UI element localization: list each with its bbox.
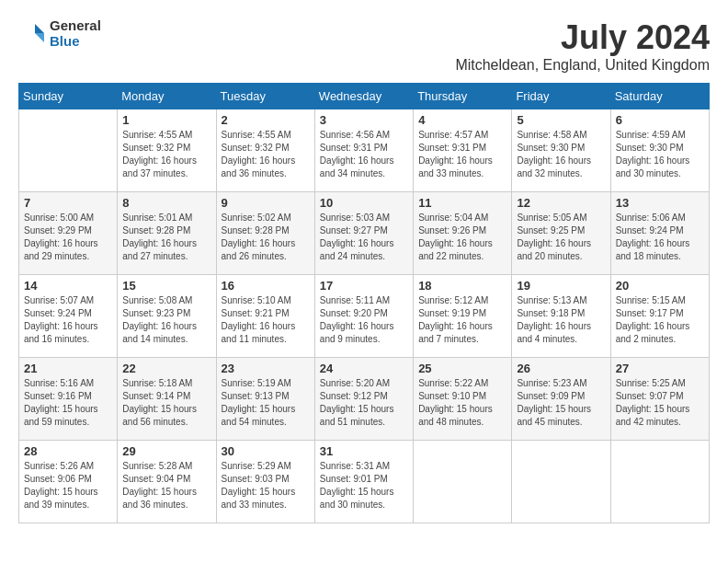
svg-marker-1 <box>35 33 44 42</box>
logo: General Blue <box>18 18 101 49</box>
calendar-cell: 12Sunrise: 5:05 AM Sunset: 9:25 PM Dayli… <box>512 192 610 275</box>
day-info: Sunrise: 4:57 AM Sunset: 9:31 PM Dayligh… <box>418 129 506 180</box>
day-number: 23 <box>222 362 310 375</box>
day-number: 4 <box>418 113 506 127</box>
calendar-cell: 11Sunrise: 5:04 AM Sunset: 9:26 PM Dayli… <box>414 192 512 275</box>
day-info: Sunrise: 5:11 AM Sunset: 9:20 PM Dayligh… <box>320 294 408 346</box>
calendar-cell: 23Sunrise: 5:19 AM Sunset: 9:13 PM Dayli… <box>216 358 314 441</box>
day-number: 14 <box>24 279 112 293</box>
calendar-week-row: 7Sunrise: 5:00 AM Sunset: 9:29 PM Daylig… <box>19 192 710 275</box>
calendar-cell: 18Sunrise: 5:12 AM Sunset: 9:19 PM Dayli… <box>414 275 512 358</box>
day-number: 27 <box>616 362 704 375</box>
title-block: July 2024 Mitcheldean, England, United K… <box>455 18 710 74</box>
calendar-cell: 26Sunrise: 5:23 AM Sunset: 9:09 PM Dayli… <box>512 358 610 441</box>
day-info: Sunrise: 5:18 AM Sunset: 9:14 PM Dayligh… <box>122 377 210 429</box>
day-info: Sunrise: 5:12 AM Sunset: 9:19 PM Dayligh… <box>418 294 506 346</box>
day-number: 20 <box>616 279 704 293</box>
day-number: 8 <box>122 196 210 210</box>
day-info: Sunrise: 5:20 AM Sunset: 9:12 PM Dayligh… <box>320 377 408 429</box>
calendar-cell: 6Sunrise: 4:59 AM Sunset: 9:30 PM Daylig… <box>610 109 709 192</box>
day-number: 2 <box>222 113 310 127</box>
day-info: Sunrise: 4:55 AM Sunset: 9:32 PM Dayligh… <box>222 129 310 180</box>
header-saturday: Saturday <box>610 84 709 109</box>
calendar-cell: 13Sunrise: 5:06 AM Sunset: 9:24 PM Dayli… <box>610 192 709 275</box>
calendar-cell: 10Sunrise: 5:03 AM Sunset: 9:27 PM Dayli… <box>314 192 413 275</box>
day-number: 28 <box>24 444 112 458</box>
day-info: Sunrise: 5:23 AM Sunset: 9:09 PM Dayligh… <box>517 377 605 429</box>
day-number: 22 <box>122 362 210 375</box>
day-number: 13 <box>616 196 704 210</box>
header-sunday: Sunday <box>19 84 118 109</box>
calendar-cell: 22Sunrise: 5:18 AM Sunset: 9:14 PM Dayli… <box>118 358 216 441</box>
day-number: 3 <box>320 113 408 127</box>
calendar-header-row: SundayMondayTuesdayWednesdayThursdayFrid… <box>19 84 710 109</box>
day-number: 10 <box>320 196 408 210</box>
header-tuesday: Tuesday <box>216 84 314 109</box>
day-number: 21 <box>24 362 112 375</box>
calendar-cell: 5Sunrise: 4:58 AM Sunset: 9:30 PM Daylig… <box>512 109 610 192</box>
logo-general: General <box>50 18 101 34</box>
header-friday: Friday <box>512 84 610 109</box>
calendar-cell: 19Sunrise: 5:13 AM Sunset: 9:18 PM Dayli… <box>512 275 610 358</box>
day-number: 16 <box>222 279 310 293</box>
calendar-cell: 30Sunrise: 5:29 AM Sunset: 9:03 PM Dayli… <box>216 441 314 523</box>
svg-marker-0 <box>35 24 44 33</box>
calendar-cell: 20Sunrise: 5:15 AM Sunset: 9:17 PM Dayli… <box>610 275 709 358</box>
day-number: 15 <box>122 279 210 293</box>
header-monday: Monday <box>118 84 216 109</box>
calendar-cell: 28Sunrise: 5:26 AM Sunset: 9:06 PM Dayli… <box>19 441 118 523</box>
header-wednesday: Wednesday <box>314 84 413 109</box>
calendar-cell: 24Sunrise: 5:20 AM Sunset: 9:12 PM Dayli… <box>314 358 413 441</box>
day-number: 24 <box>320 362 408 375</box>
day-info: Sunrise: 5:00 AM Sunset: 9:29 PM Dayligh… <box>24 212 112 263</box>
day-number: 31 <box>320 444 408 458</box>
day-info: Sunrise: 5:05 AM Sunset: 9:25 PM Dayligh… <box>517 212 605 263</box>
day-number: 30 <box>222 444 310 458</box>
day-number: 9 <box>222 196 310 210</box>
calendar-cell: 31Sunrise: 5:31 AM Sunset: 9:01 PM Dayli… <box>314 441 413 523</box>
calendar-cell <box>512 441 610 523</box>
day-info: Sunrise: 4:56 AM Sunset: 9:31 PM Dayligh… <box>320 129 408 180</box>
day-number: 26 <box>517 362 605 375</box>
day-info: Sunrise: 5:02 AM Sunset: 9:28 PM Dayligh… <box>222 212 310 263</box>
location-title: Mitcheldean, England, United Kingdom <box>455 57 710 74</box>
day-info: Sunrise: 5:07 AM Sunset: 9:24 PM Dayligh… <box>24 294 112 346</box>
calendar-table: SundayMondayTuesdayWednesdayThursdayFrid… <box>18 83 710 523</box>
day-info: Sunrise: 4:58 AM Sunset: 9:30 PM Dayligh… <box>517 129 605 180</box>
calendar-cell: 16Sunrise: 5:10 AM Sunset: 9:21 PM Dayli… <box>216 275 314 358</box>
month-title: July 2024 <box>455 18 710 57</box>
day-number: 7 <box>24 196 112 210</box>
day-number: 18 <box>418 279 506 293</box>
calendar-cell <box>610 441 709 523</box>
day-info: Sunrise: 5:29 AM Sunset: 9:03 PM Dayligh… <box>222 460 310 511</box>
day-info: Sunrise: 5:16 AM Sunset: 9:16 PM Dayligh… <box>24 377 112 429</box>
day-info: Sunrise: 5:19 AM Sunset: 9:13 PM Dayligh… <box>222 377 310 429</box>
day-number: 17 <box>320 279 408 293</box>
day-info: Sunrise: 5:10 AM Sunset: 9:21 PM Dayligh… <box>222 294 310 346</box>
day-info: Sunrise: 5:25 AM Sunset: 9:07 PM Dayligh… <box>616 377 704 429</box>
logo-icon <box>18 20 46 48</box>
calendar-cell: 29Sunrise: 5:28 AM Sunset: 9:04 PM Dayli… <box>118 441 216 523</box>
calendar-cell: 3Sunrise: 4:56 AM Sunset: 9:31 PM Daylig… <box>314 109 413 192</box>
day-number: 6 <box>616 113 704 127</box>
calendar-cell: 1Sunrise: 4:55 AM Sunset: 9:32 PM Daylig… <box>118 109 216 192</box>
calendar-cell: 8Sunrise: 5:01 AM Sunset: 9:28 PM Daylig… <box>118 192 216 275</box>
day-info: Sunrise: 5:08 AM Sunset: 9:23 PM Dayligh… <box>122 294 210 346</box>
calendar-cell <box>414 441 512 523</box>
day-number: 29 <box>122 444 210 458</box>
calendar-cell: 27Sunrise: 5:25 AM Sunset: 9:07 PM Dayli… <box>610 358 709 441</box>
calendar-cell: 25Sunrise: 5:22 AM Sunset: 9:10 PM Dayli… <box>414 358 512 441</box>
calendar-cell: 9Sunrise: 5:02 AM Sunset: 9:28 PM Daylig… <box>216 192 314 275</box>
calendar-cell: 15Sunrise: 5:08 AM Sunset: 9:23 PM Dayli… <box>118 275 216 358</box>
logo-text: General Blue <box>50 18 101 49</box>
day-info: Sunrise: 5:31 AM Sunset: 9:01 PM Dayligh… <box>320 460 408 511</box>
day-info: Sunrise: 4:55 AM Sunset: 9:32 PM Dayligh… <box>122 129 210 180</box>
day-info: Sunrise: 5:28 AM Sunset: 9:04 PM Dayligh… <box>122 460 210 511</box>
day-number: 19 <box>517 279 605 293</box>
calendar-cell: 21Sunrise: 5:16 AM Sunset: 9:16 PM Dayli… <box>19 358 118 441</box>
day-info: Sunrise: 5:01 AM Sunset: 9:28 PM Dayligh… <box>122 212 210 263</box>
day-info: Sunrise: 5:04 AM Sunset: 9:26 PM Dayligh… <box>418 212 506 263</box>
header-thursday: Thursday <box>414 84 512 109</box>
calendar-week-row: 14Sunrise: 5:07 AM Sunset: 9:24 PM Dayli… <box>19 275 710 358</box>
day-info: Sunrise: 5:22 AM Sunset: 9:10 PM Dayligh… <box>418 377 506 429</box>
